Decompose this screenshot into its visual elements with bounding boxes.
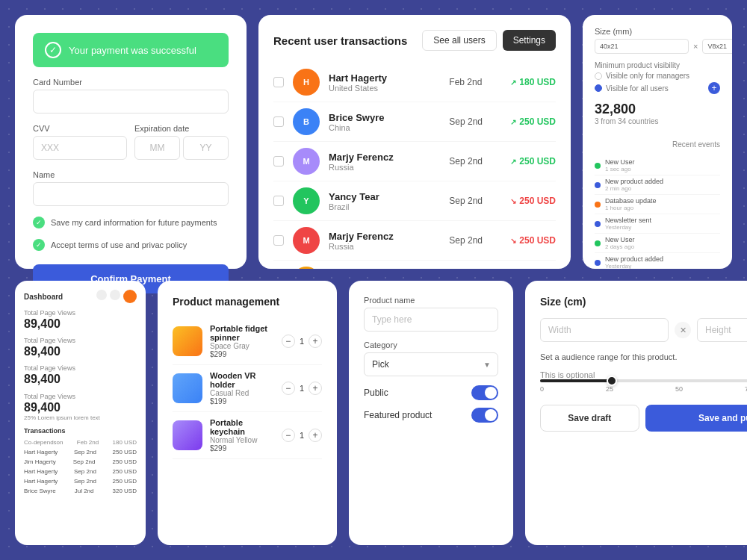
event-text: New product added [605,178,663,185]
up-arrow-icon: ↗ [510,78,516,87]
size-separator: × [693,42,698,51]
expiry-field: Expiration date [134,124,229,160]
slider-label-50: 50 [675,385,683,393]
pm-price: $299 [210,444,274,452]
slider-track[interactable] [540,379,747,382]
mini-transactions-table: Co-dependsonFeb 2nd180 USDHart HagertySe… [24,438,137,496]
product-name-input[interactable] [364,308,498,332]
card-number-label: Card Number [33,78,229,87]
stat-number: 32,800 [595,102,720,117]
visibility-option-all[interactable]: Visible for all users + [595,82,720,94]
list-item[interactable]: Hart HagertySep 2nd250 USD [24,447,137,457]
save-publish-button[interactable]: Save and publish [645,405,747,432]
list-item[interactable]: Hart HagertySep 2nd250 USD [24,467,137,476]
expiry-mm-input[interactable] [134,136,180,160]
row-checkbox[interactable] [273,77,284,87]
stat-label: Total Page Views [24,309,137,317]
category-select[interactable]: Pick Electronics Accessories Tools [364,352,498,376]
stats-panel: Size (mm) × ✕ Minimum product visibility… [583,15,732,269]
table-row[interactable]: M Marjy Ferencz Russia Sep 2nd ↘ 250 USD [273,221,556,261]
qty-increase-button[interactable]: + [309,429,322,442]
radio-managers[interactable] [595,72,602,80]
event-text: New User [605,236,635,243]
event-text: Newsletter sent [605,217,651,224]
event-time: Yesterday [605,224,651,231]
see-all-users-button[interactable]: See all users [422,30,496,51]
dashboard-mini-icons [96,290,137,303]
user-info: Marjy Ferencz Russia [329,231,440,251]
table-row[interactable]: H Hart Hagerty United States Feb 2nd ↗ 1… [273,63,556,102]
expiry-yy-input[interactable] [183,136,229,160]
stat-value: 89,400 [24,317,137,331]
list-item[interactable]: Hart HagertySep 2nd250 USD [24,476,137,486]
featured-toggle[interactable] [471,408,498,423]
public-toggle[interactable] [471,385,498,400]
accept-terms-checkbox-row[interactable]: ✓ Accept terms of use and privac policy [33,239,229,251]
qty-decrease-button[interactable]: − [282,382,295,395]
dashboard-stat-block: Total Page Views 89,400 [24,337,137,358]
card-number-input[interactable] [33,90,229,113]
pm-thumb [173,420,202,450]
table-row[interactable]: H Hart Hagerty United States Jul 2nd ↗ 3… [273,261,556,269]
add-icon-button[interactable]: + [708,82,720,94]
name-input[interactable] [33,182,229,206]
transaction-date: Sep 2nd [449,156,501,167]
dash-avatar [123,290,137,303]
size-height-input[interactable] [702,39,732,54]
mini-trans-title: Transactions [24,427,137,435]
event-item: Database update 1 hour ago [595,195,720,214]
user-name: Yancy Tear [329,191,440,202]
product-management-panel: Product management Portable fidget spinn… [158,281,337,545]
pm-info: Wooden VR holder Casual Red $199 [210,371,274,405]
down-arrow-icon: ↘ [510,237,516,245]
dashboard-stats: Total Page Views 89,400 Total Page Views… [24,309,137,421]
user-name: Marjy Ferencz [329,152,440,163]
settings-button[interactable]: Settings [503,30,556,51]
size-note: Set a audience range for this product. [540,352,747,361]
width-input[interactable] [540,318,669,342]
pm-price: $199 [210,397,274,405]
pm-sub: Space Gray [210,342,274,350]
qty-decrease-button[interactable]: − [282,429,295,442]
accept-terms-checkbox[interactable]: ✓ [33,239,45,251]
visibility-option-managers[interactable]: Visible only for managers [595,72,720,80]
event-dot [595,260,601,266]
row-checkbox[interactable] [273,235,284,246]
featured-label: Featured product [364,410,432,420]
size-clear-button[interactable]: ✕ [675,322,691,338]
table-row[interactable]: M Marjy Ferencz Russia Sep 2nd ↗ 250 USD [273,142,556,181]
qty-decrease-button[interactable]: − [282,335,295,348]
cvv-label: CVV [33,124,127,133]
pm-sub: Normal Yellow [210,436,274,444]
list-item[interactable]: Jim HagertySep 2nd250 USD [24,457,137,467]
stat-number-block: 32,800 3 from 34 countries [595,102,720,125]
event-text: Database update [605,197,657,205]
size-width-input[interactable] [595,39,689,54]
qty-increase-button[interactable]: + [309,382,322,395]
slider-thumb[interactable] [607,376,617,386]
qty-increase-button[interactable]: + [309,335,322,348]
user-info: Marjy Ferencz Russia [329,152,440,172]
row-checkbox[interactable] [273,156,284,167]
save-card-checkbox[interactable]: ✓ [33,217,45,228]
table-row[interactable]: Y Yancy Tear Brazil Sep 2nd ↘ 250 USD [273,181,556,221]
height-input[interactable] [697,318,747,342]
user-info: Hart Hagerty United States [329,72,440,93]
cvv-input[interactable] [33,136,127,160]
save-card-checkbox-row[interactable]: ✓ Save my card information for future pa… [33,217,229,228]
row-checkbox[interactable] [273,116,284,127]
pm-qty: − 1 + [282,382,322,395]
event-info: Database update 1 hour ago [605,197,657,211]
radio-all[interactable] [595,84,602,92]
row-checkbox[interactable] [273,196,284,206]
list-item[interactable]: Brice SwyreJul 2nd320 USD [24,486,137,496]
avatar: M [293,148,320,175]
event-dot [595,221,601,227]
event-item: New product added 2 min ago [595,175,720,195]
size-inputs-row: Size (mm) × ✕ [595,27,720,54]
save-draft-button[interactable]: Save draft [540,405,639,432]
user-name: Hart Hagerty [329,72,440,84]
slider-fill [540,379,612,382]
table-row[interactable]: B Brice Swyre China Sep 2nd ↗ 250 USD [273,102,556,142]
pm-sub: Casual Red [210,389,274,397]
